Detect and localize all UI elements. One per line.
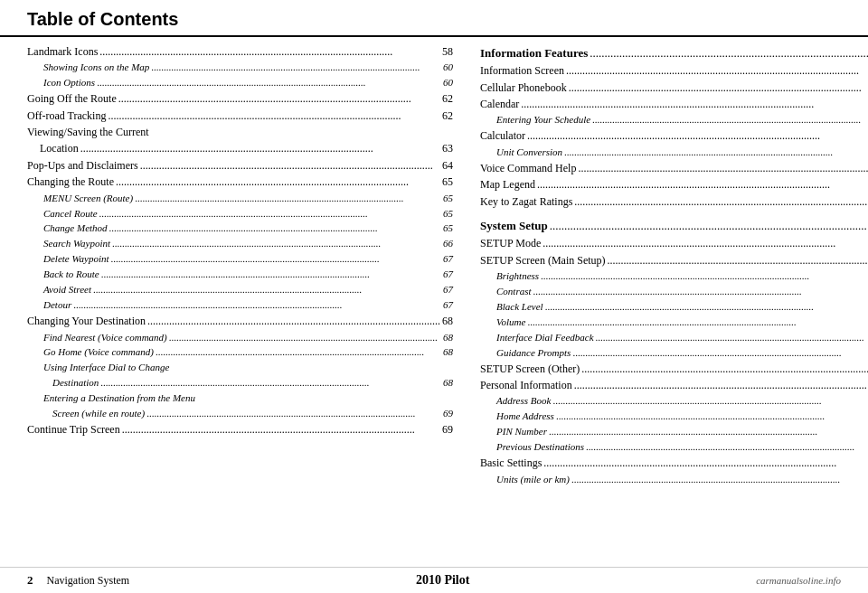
toc-entry: Location................................… (27, 141, 453, 156)
toc-entry-title: MENU Screen (Route) (27, 192, 133, 206)
toc-entry: SETUP Mode..............................… (480, 236, 868, 251)
toc-entry-dots: ........................................… (542, 236, 868, 251)
toc-entry-dots: ........................................… (543, 456, 868, 471)
toc-entry-dots: ........................................… (73, 298, 441, 313)
toc-entry-title: Entering Your Schedule (480, 113, 590, 127)
toc-entry-title: Key to Zagat Ratings (480, 194, 572, 210)
toc-entry: Screen (while en route).................… (27, 407, 453, 421)
toc-entry: Information Features....................… (480, 44, 868, 62)
toc-entry-title: Unit Conversion (480, 146, 562, 160)
toc-entry-title: Information Features (480, 45, 588, 62)
toc-entry: Go Home (Voice command).................… (27, 345, 453, 360)
toc-entry-dots: ........................................… (101, 268, 441, 282)
toc-entry: Search Waypoint.........................… (27, 237, 453, 251)
toc-entry-title: Interface Dial Feedback (480, 331, 594, 345)
toc-entry-title: Going Off the Route (27, 91, 117, 107)
toc-entry-page: 68 (443, 376, 453, 391)
toc-entry-dots: ........................................… (574, 378, 868, 393)
toc-entry-dots: ........................................… (552, 394, 868, 409)
toc-entry: MENU Screen (Route).....................… (27, 192, 453, 206)
toc-entry (480, 211, 868, 216)
toc-entry: Units (mile or km)......................… (480, 473, 868, 487)
toc-entry-page: 66 (443, 237, 453, 251)
toc-entry: Key to Zagat Ratings....................… (480, 194, 868, 210)
toc-entry-title: Personal Information (480, 378, 572, 393)
toc-entry-dots: ........................................… (108, 108, 440, 124)
toc-entry-title: Address Book (480, 394, 551, 409)
footer-left: 2 Navigation System (27, 573, 129, 588)
toc-entry: PIN Number..............................… (480, 425, 868, 439)
toc-entry: Landmark Icons..........................… (27, 44, 453, 60)
footer-center-text: 2010 Pilot (416, 573, 470, 588)
toc-entry: Guidance Prompts........................… (480, 346, 868, 361)
content-area: Landmark Icons..........................… (0, 37, 868, 567)
toc-entry-dots: ........................................… (135, 192, 441, 206)
toc-entry-title: Icon Options (27, 76, 95, 90)
toc-entry-title: Home Address (480, 409, 554, 424)
toc-entry-page: 60 (443, 61, 453, 75)
footer-nav-system: Navigation System (47, 574, 130, 588)
toc-entry-page: 69 (442, 422, 453, 438)
page-container: Table of Contents Landmark Icons........… (0, 0, 868, 593)
toc-entry: Detour..................................… (27, 298, 453, 313)
toc-entry: Viewing/Saving the Current (27, 125, 453, 140)
page-footer: 2 Navigation System 2010 Pilot carmanual… (0, 567, 868, 593)
toc-entry-title: Basic Settings (480, 456, 542, 471)
toc-entry: Previous Destinations...................… (480, 440, 868, 455)
toc-entry-title: Pop-Ups and Disclaimers (27, 158, 138, 174)
toc-entry-dots: ........................................… (533, 285, 868, 299)
toc-entry-dots: ........................................… (545, 300, 868, 315)
toc-entry-page: 68 (443, 345, 453, 360)
footer-right-text: carmanualsoline.info (756, 575, 841, 586)
toc-column-2: Information Features....................… (471, 44, 868, 567)
toc-entry-title: Units (mile or km) (480, 473, 570, 487)
toc-entry-title: Brightness (480, 269, 539, 284)
toc-entry-page: 62 (442, 108, 453, 124)
toc-entry-title: Volume (480, 315, 525, 330)
toc-entry-dots: ........................................… (564, 146, 868, 160)
toc-entry-title: Using Interface Dial to Change (27, 361, 169, 375)
toc-entry-title: Location (27, 141, 79, 156)
toc-entry-page: 63 (442, 141, 453, 156)
toc-entry-title: Changing Your Destination (27, 314, 146, 329)
toc-entry-page: 65 (443, 192, 453, 206)
toc-entry-dots: ........................................… (521, 97, 868, 112)
toc-entry: Change Method...........................… (27, 221, 453, 236)
toc-entry-dots: ........................................… (146, 407, 441, 421)
toc-entry-dots: ........................................… (574, 194, 868, 210)
toc-entry: Changing the Route......................… (27, 174, 453, 190)
toc-entry: Continue Trip Screen....................… (27, 422, 453, 438)
toc-entry-page: 67 (443, 252, 453, 267)
toc-entry: Entering Your Schedule..................… (480, 113, 868, 127)
toc-entry: Calculator..............................… (480, 128, 868, 144)
toc-entry-dots: ........................................… (590, 45, 868, 62)
toc-entry-page: 68 (442, 314, 453, 329)
toc-entry: Black Level.............................… (480, 300, 868, 315)
toc-entry-dots: ........................................… (549, 425, 868, 439)
toc-column-1: Landmark Icons..........................… (27, 44, 462, 567)
toc-entry: Personal Information....................… (480, 378, 868, 393)
toc-entry-dots: ........................................… (99, 207, 441, 221)
toc-entry-page: 64 (442, 158, 453, 174)
toc-entry-page: 65 (442, 174, 453, 190)
toc-entry-dots: ........................................… (537, 177, 868, 193)
toc-entry: Information Screen......................… (480, 63, 868, 79)
toc-entry-dots: ........................................… (541, 269, 868, 284)
toc-entry: Back to Route...........................… (27, 268, 453, 282)
toc-entry-dots: ........................................… (566, 63, 868, 79)
toc-entry-dots: ........................................… (586, 440, 868, 455)
toc-entry-title: Contrast (480, 285, 532, 299)
toc-entry: Map Legend..............................… (480, 177, 868, 193)
page-title: Table of Contents (27, 9, 841, 30)
toc-entry-page: 69 (443, 407, 453, 421)
toc-entry-page: 68 (443, 331, 453, 345)
toc-entry: SETUP Screen (Other)....................… (480, 362, 868, 377)
toc-entry-page: 65 (443, 221, 453, 236)
page-header: Table of Contents (0, 0, 868, 37)
toc-entry-title: Change Method (27, 221, 108, 236)
toc-entry-title: Avoid Street (27, 283, 91, 297)
toc-entry-dots: ........................................… (581, 362, 868, 377)
toc-entry-title: Continue Trip Screen (27, 422, 120, 438)
toc-entry-page: 60 (443, 76, 453, 90)
toc-entry-title: Map Legend (480, 177, 535, 193)
